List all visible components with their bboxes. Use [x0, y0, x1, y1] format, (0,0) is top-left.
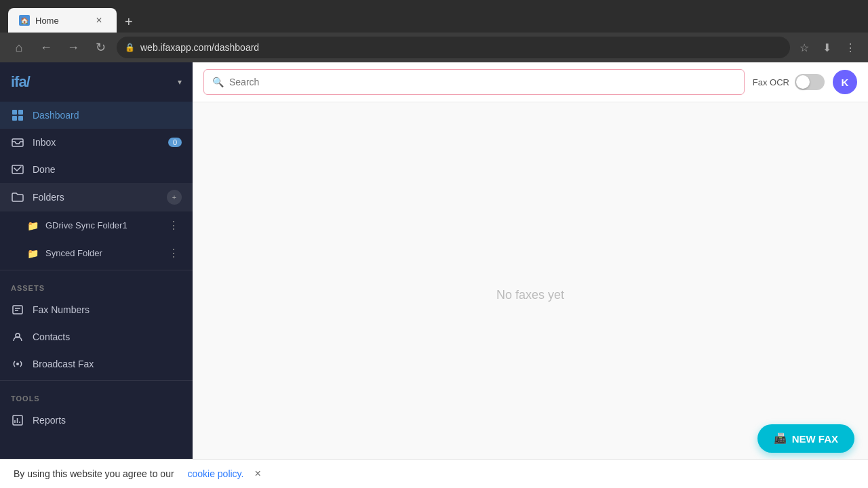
search-box[interactable]: 🔍 — [203, 69, 745, 95]
folder-icon-synced: 📁 — [27, 248, 39, 259]
folder-more-icon[interactable]: ⋮ — [165, 218, 182, 233]
search-icon: 🔍 — [212, 77, 224, 87]
cookie-close-button[interactable]: × — [254, 468, 260, 480]
sidebar: ifa/ ▾ Dashboard Inbox 0 — [0, 62, 193, 488]
inbox-badge: 0 — [168, 138, 182, 147]
sidebar-item-contacts[interactable]: Contacts — [0, 323, 193, 350]
sidebar-divider-2 — [0, 380, 193, 381]
folder-item-synced[interactable]: 📁 Synced Folder ⋮ — [0, 239, 193, 267]
nav-home-button[interactable]: ⌂ — [8, 37, 30, 58]
app-logo[interactable]: ifa/ — [11, 73, 30, 91]
ocr-label: Fax OCR — [753, 77, 789, 87]
svg-rect-0 — [12, 110, 17, 115]
sidebar-item-reports[interactable]: Reports — [0, 407, 193, 434]
cookie-banner: By using this website you agree to our c… — [0, 459, 868, 488]
done-label: Done — [33, 164, 182, 175]
reports-icon — [11, 413, 24, 427]
browser-tab-bar: 🏠 Home ✕ + — [0, 0, 868, 33]
ocr-toggle-switch[interactable] — [795, 74, 825, 90]
url-display: web.ifaxapp.com/dashboard — [140, 42, 259, 53]
contacts-icon — [11, 330, 24, 344]
folder-name-gdrive: GDrive Sync Folder1 — [45, 220, 159, 230]
new-fax-label: NEW FAX — [792, 433, 838, 445]
contacts-label: Contacts — [33, 331, 182, 342]
nav-back-button[interactable]: ← — [35, 37, 57, 58]
sidebar-header: ifa/ ▾ — [0, 62, 193, 102]
sidebar-item-done[interactable]: Done — [0, 156, 193, 183]
done-icon — [11, 163, 24, 176]
sidebar-divider-1 — [0, 270, 193, 270]
folder-item-gdrive[interactable]: 📁 GDrive Sync Folder1 ⋮ — [0, 211, 193, 239]
app-layout: ifa/ ▾ Dashboard Inbox 0 — [0, 62, 868, 488]
folders-label: Folders — [33, 192, 159, 203]
dashboard-icon — [11, 108, 24, 122]
bookmark-icon[interactable]: ☆ — [795, 39, 813, 57]
account-chevron-icon[interactable]: ▾ — [178, 77, 182, 87]
sidebar-item-broadcast-fax[interactable]: Broadcast Fax — [0, 350, 193, 378]
tab-close-button[interactable]: ✕ — [92, 14, 106, 27]
user-avatar[interactable]: K — [833, 70, 857, 94]
svg-rect-2 — [12, 116, 17, 121]
assets-section-label: ASSETS — [0, 273, 193, 296]
browser-menu-icon[interactable]: ⋮ — [841, 39, 860, 57]
broadcast-fax-icon — [11, 357, 24, 371]
svg-rect-4 — [12, 139, 23, 146]
sidebar-item-folders[interactable]: Folders + — [0, 183, 193, 211]
cookie-policy-link[interactable]: cookie policy. — [187, 468, 243, 479]
address-bar[interactable]: 🔒 web.ifaxapp.com/dashboard — [117, 37, 790, 58]
tab-favicon: 🏠 — [19, 15, 30, 26]
new-fax-icon: 📠 — [774, 432, 787, 445]
toggle-knob — [796, 75, 810, 89]
svg-rect-3 — [18, 116, 23, 121]
download-icon[interactable]: ⬇ — [818, 39, 835, 57]
logo-accent: / — [26, 73, 30, 90]
fax-numbers-icon — [11, 303, 24, 317]
fax-numbers-label: Fax Numbers — [33, 304, 182, 315]
search-input[interactable] — [229, 77, 736, 87]
main-content: 🔍 Fax OCR K No faxes yet — [193, 62, 868, 488]
empty-message: No faxes yet — [496, 288, 564, 302]
tab-title: Home — [35, 16, 87, 26]
svg-point-10 — [16, 363, 19, 365]
main-toolbar: 🔍 Fax OCR K — [193, 62, 868, 102]
nav-reload-button[interactable]: ↻ — [90, 37, 111, 58]
reports-label: Reports — [33, 415, 182, 426]
lock-icon: 🔒 — [125, 43, 135, 52]
inbox-icon — [11, 136, 24, 149]
sidebar-item-inbox[interactable]: Inbox 0 — [0, 129, 193, 156]
svg-rect-1 — [18, 110, 23, 115]
new-fax-button[interactable]: 📠 NEW FAX — [757, 424, 854, 453]
tools-section-label: TOOLS — [0, 384, 193, 407]
folder-icon: 📁 — [27, 220, 39, 231]
svg-rect-6 — [13, 306, 22, 314]
browser-tab-home[interactable]: 🏠 Home ✕ — [8, 8, 117, 33]
logo-text: ifa — [11, 73, 26, 90]
sidebar-item-fax-numbers[interactable]: Fax Numbers — [0, 296, 193, 323]
new-tab-button[interactable]: + — [119, 12, 138, 33]
dashboard-label: Dashboard — [33, 110, 182, 121]
nav-forward-button[interactable]: → — [62, 37, 84, 58]
folder-name-synced: Synced Folder — [45, 248, 159, 258]
sidebar-nav: Dashboard Inbox 0 Done — [0, 102, 193, 488]
broadcast-fax-label: Broadcast Fax — [33, 359, 182, 369]
folders-icon — [11, 190, 24, 204]
folders-add-button[interactable]: + — [167, 190, 182, 205]
ocr-toggle-group: Fax OCR — [753, 74, 825, 90]
folder-more-synced-icon[interactable]: ⋮ — [165, 245, 182, 261]
address-bar-row: ⌂ ← → ↻ 🔒 web.ifaxapp.com/dashboard ☆ ⬇ … — [0, 33, 868, 62]
cookie-text: By using this website you agree to our — [14, 468, 174, 479]
sidebar-item-dashboard[interactable]: Dashboard — [0, 102, 193, 129]
inbox-label: Inbox — [33, 137, 160, 148]
